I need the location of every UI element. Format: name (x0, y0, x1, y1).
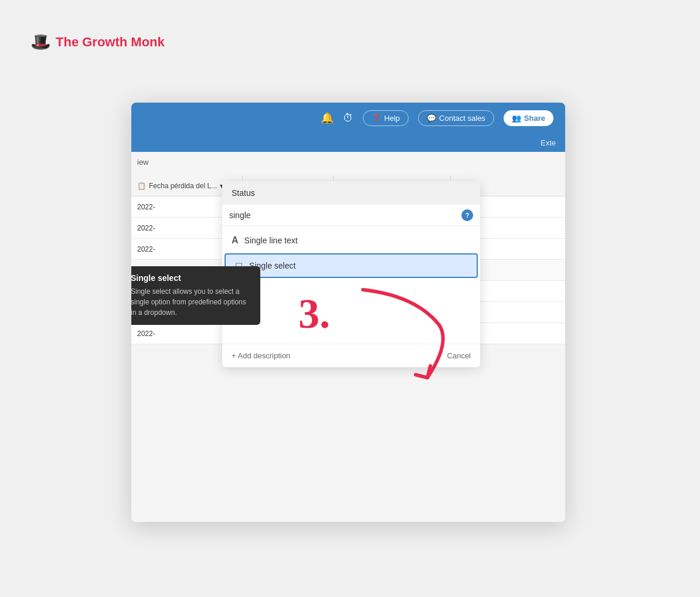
main-window: 🔔 ⏱ ❓ Help 💬 Contact sales 👥 Share Exte … (131, 103, 565, 522)
tooltip-body: Single select allows you to select a sin… (131, 286, 252, 318)
tooltip: Single select Single select allows you t… (131, 266, 260, 325)
dropdown-search-area: ? (222, 205, 480, 226)
dropdown-panel: Status ? A Single line text 🛡 Single sel… (222, 181, 480, 367)
contact-sales-button[interactable]: 💬 Contact sales (418, 110, 494, 126)
help-label: Help (384, 114, 400, 123)
col1-icon: 📋 (137, 182, 146, 190)
annotation-number: 3. (298, 290, 330, 338)
contact-sales-label: Contact sales (439, 114, 485, 123)
single-line-text-label: Single line text (244, 236, 298, 245)
col1-label: Fecha pérdida del L... (149, 182, 217, 190)
cancel-button[interactable]: Cancel (447, 351, 471, 360)
help-icon[interactable]: ? (461, 209, 473, 221)
sub-header: Exte (131, 133, 565, 152)
dropdown-item-single-select[interactable]: 🛡 Single select (225, 253, 478, 278)
dropdown-title: Status (222, 181, 480, 205)
brand-title: The Growth Monk (56, 35, 165, 50)
help-button[interactable]: ❓ Help (363, 110, 409, 126)
add-description-button[interactable]: + Add description (232, 351, 290, 360)
brand-header: 🎩 The Growth Monk (30, 32, 165, 52)
brand-icon: 🎩 (30, 32, 51, 52)
bell-icon[interactable]: 🔔 (321, 111, 334, 124)
dropdown-footer: + Add description Cancel (222, 344, 480, 367)
share-label: Share (524, 114, 545, 123)
chat-icon: 💬 (427, 114, 436, 123)
ext-label: Exte (541, 138, 556, 147)
dropdown-items-list: A Single line text 🛡 Single select (222, 226, 480, 344)
search-input[interactable] (229, 211, 457, 220)
content-area: iew 📋 Fecha pérdida del L... ▾ fx Fecha … (131, 152, 565, 522)
share-icon: 👥 (512, 114, 521, 123)
nav-bar: 🔔 ⏱ ❓ Help 💬 Contact sales 👥 Share (131, 103, 565, 133)
dropdown-item-single-line-text[interactable]: A Single line text (222, 229, 480, 252)
share-button[interactable]: 👥 Share (504, 110, 553, 126)
help-icon: ❓ (372, 114, 381, 123)
text-icon: A (232, 235, 239, 246)
history-icon[interactable]: ⏱ (343, 112, 354, 124)
view-label: iew (137, 158, 149, 167)
tooltip-title: Single select (131, 273, 252, 283)
